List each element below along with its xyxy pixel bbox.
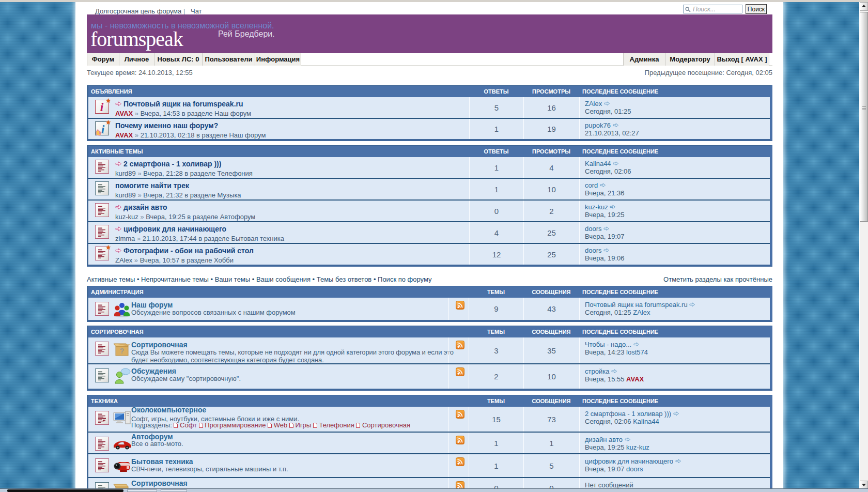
- svg-text:i: i: [101, 122, 105, 136]
- svg-text:i: i: [100, 100, 104, 114]
- svg-text:?: ?: [120, 347, 125, 355]
